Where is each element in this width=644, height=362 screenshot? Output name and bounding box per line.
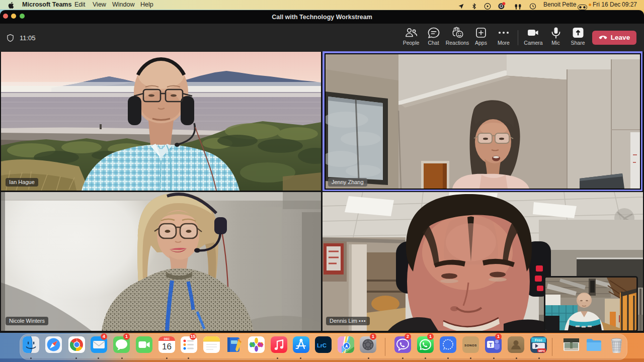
svg-text:16: 16 [162, 342, 172, 351]
svg-text:DEC: DEC [164, 337, 170, 340]
svg-text:LrC: LrC [317, 342, 327, 348]
svg-text:MP4: MP4 [538, 349, 545, 352]
svg-text:SONOS: SONOS [464, 343, 477, 347]
svg-text:Free: Free [535, 338, 542, 342]
svg-text:T: T [489, 342, 492, 348]
